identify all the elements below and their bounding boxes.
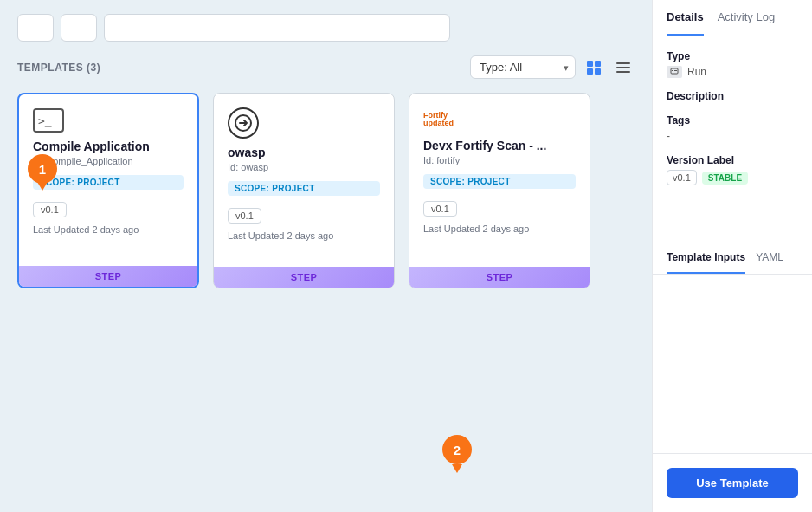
- card-id-owasp: Id: owasp: [228, 162, 380, 172]
- view-list-button[interactable]: [612, 56, 635, 79]
- svg-rect-1: [595, 61, 601, 67]
- svg-rect-4: [616, 62, 630, 64]
- templates-count-label: TEMPLATES (3): [17, 62, 100, 74]
- scope-badge-compile: SCOPE: PROJECT: [33, 175, 184, 190]
- card-id-fortify: Id: fortify: [423, 155, 576, 165]
- svg-rect-2: [587, 68, 593, 75]
- description-section: Description: [667, 90, 798, 102]
- type-filter-wrap: Type: All Type: Step Type: Pipeline: [470, 55, 576, 79]
- type-value: Run: [687, 66, 706, 78]
- panel-footer: Use Template: [653, 453, 812, 512]
- template-card-compile[interactable]: >_ Compile Application Id: Compile_Appli…: [17, 93, 199, 288]
- step-badge-owasp: STEP: [214, 267, 394, 288]
- top-btn-2[interactable]: [61, 14, 97, 42]
- version-label-title: Version Label: [667, 154, 798, 166]
- scope-badge-fortify: SCOPE: PROJECT: [423, 174, 576, 189]
- version-tag-owasp: v0.1: [228, 208, 261, 224]
- version-tag-compile: v0.1: [33, 202, 67, 217]
- svg-rect-0: [587, 61, 593, 67]
- top-bar: [17, 14, 635, 42]
- type-value-row: Run: [667, 66, 798, 78]
- tags-section: Tags -: [667, 114, 798, 142]
- sub-tab-template-inputs[interactable]: Template Inputs: [667, 243, 745, 274]
- svg-rect-5: [616, 67, 630, 68]
- last-updated-compile: Last Updated 2 days ago: [33, 224, 184, 235]
- svg-rect-9: [672, 70, 673, 71]
- version-label-row: v0.1 STABLE: [667, 170, 798, 185]
- callout-2: 2: [442, 435, 472, 464]
- card-title-fortify: Devx Fortify Scan - ...: [423, 139, 576, 152]
- svg-rect-6: [616, 71, 630, 73]
- tags-value: -: [667, 130, 798, 142]
- version-tag-fortify: v0.1: [423, 201, 457, 217]
- main-content: TEMPLATES (3) Type: All Type: Step Type:…: [0, 0, 652, 512]
- run-icon: [667, 66, 682, 78]
- step-badge-fortify: STEP: [409, 267, 590, 288]
- svg-rect-10: [674, 70, 677, 71]
- stable-badge: STABLE: [702, 172, 748, 185]
- right-panel: Details Activity Log Type Run Descriptio…: [652, 0, 812, 512]
- template-card-fortify[interactable]: Fortifyupdated Devx Fortify Scan - ... I…: [409, 93, 590, 288]
- panel-spacer: [653, 275, 812, 453]
- tab-details[interactable]: Details: [667, 0, 704, 36]
- last-updated-fortify: Last Updated 2 days ago: [423, 224, 576, 234]
- card-icon-owasp: [228, 107, 380, 139]
- panel-tabs: Details Activity Log: [653, 0, 812, 36]
- card-title-owasp: owasp: [228, 146, 380, 159]
- sub-tab-yaml[interactable]: YAML: [756, 243, 783, 274]
- step-badge-compile: STEP: [19, 266, 197, 287]
- version-box: v0.1: [667, 170, 697, 185]
- type-label: Type: [667, 50, 798, 62]
- template-card-owasp[interactable]: owasp Id: owasp SCOPE: PROJECT v0.1 Last…: [213, 93, 395, 288]
- description-label: Description: [667, 90, 798, 102]
- card-icon-fortify: Fortifyupdated: [423, 107, 576, 132]
- view-grid-button[interactable]: [583, 56, 605, 79]
- templates-header: TEMPLATES (3) Type: All Type: Step Type:…: [17, 55, 635, 79]
- scope-badge-owasp: SCOPE: PROJECT: [228, 181, 380, 196]
- version-label-section: Version Label v0.1 STABLE: [667, 154, 798, 185]
- cards-grid: >_ Compile Application Id: Compile_Appli…: [17, 93, 635, 288]
- panel-sub-tabs: Template Inputs YAML: [653, 243, 812, 275]
- top-btn-1[interactable]: [17, 14, 54, 42]
- card-icon-terminal: >_: [33, 108, 184, 133]
- svg-rect-3: [595, 68, 601, 75]
- callout-1: 1: [28, 154, 57, 184]
- panel-body: Type Run Description Tags -: [653, 36, 812, 243]
- type-section: Type Run: [667, 50, 798, 78]
- last-updated-owasp: Last Updated 2 days ago: [228, 230, 380, 241]
- header-controls: Type: All Type: Step Type: Pipeline: [470, 55, 635, 79]
- use-template-button[interactable]: Use Template: [667, 468, 798, 498]
- tags-label: Tags: [667, 114, 798, 126]
- top-btn-3[interactable]: [104, 14, 450, 42]
- tab-activity-log[interactable]: Activity Log: [718, 0, 775, 36]
- card-title-compile: Compile Application: [33, 139, 184, 153]
- type-filter-select[interactable]: Type: All Type: Step Type: Pipeline: [470, 55, 576, 79]
